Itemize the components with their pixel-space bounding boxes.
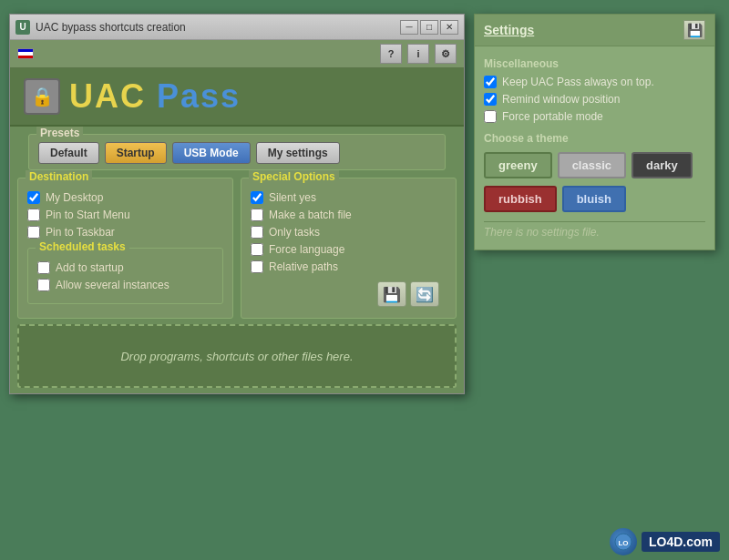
destination-group: Destination My Desktop Pin to Start Menu…: [17, 178, 233, 319]
keep-ontop-row: Keep UAC Pass always on top.: [484, 76, 705, 88]
logo-pass: Pass: [157, 77, 241, 115]
main-window: U UAC bypass shortcuts creation ─ □ ✕ ? …: [9, 14, 465, 394]
destination-taskbar-checkbox[interactable]: [27, 226, 40, 239]
force-portable-label: Force portable mode: [502, 110, 603, 123]
lo4d-text: LO4D.com: [642, 532, 720, 552]
destination-desktop-checkbox[interactable]: [27, 191, 40, 204]
destination-desktop-label: My Desktop: [46, 191, 103, 204]
destination-startmenu-label: Pin to Start Menu: [46, 209, 130, 221]
miscellaneous-title: Miscellaneous: [484, 57, 705, 70]
close-button[interactable]: ✕: [440, 20, 458, 35]
add-to-startup-label: Add to startup: [56, 261, 124, 274]
logo-uac: UAC: [69, 77, 146, 115]
theme-buttons-row2: rubbish bluish: [484, 186, 705, 212]
force-language-label: Force language: [269, 243, 344, 256]
only-tasks-row: Only tasks: [251, 226, 447, 239]
save-action-button[interactable]: 💾: [377, 281, 406, 307]
settings-status: There is no settings file.: [484, 221, 705, 242]
remind-position-label: Remind window position: [502, 93, 620, 106]
allow-several-label: Allow several instances: [56, 279, 169, 291]
logo-text: UAC Pass: [69, 77, 241, 116]
settings-button[interactable]: ⚙: [435, 44, 457, 64]
preset-default-button[interactable]: Default: [38, 142, 99, 164]
lock-icon: 🔒: [24, 78, 60, 115]
force-portable-row: Force portable mode: [484, 110, 705, 123]
make-batch-checkbox[interactable]: [251, 209, 263, 221]
force-language-row: Force language: [251, 243, 447, 256]
theme-rubbish-button[interactable]: rubbish: [484, 186, 557, 212]
svg-text:LO: LO: [618, 539, 628, 547]
keep-ontop-label: Keep UAC Pass always on top.: [502, 76, 654, 88]
logo-area: 🔒 UAC Pass: [10, 68, 464, 127]
destination-desktop-row: My Desktop: [27, 191, 223, 204]
only-tasks-label: Only tasks: [269, 226, 320, 239]
theme-classic-button[interactable]: classic: [558, 152, 626, 178]
settings-title: Settings: [484, 23, 534, 37]
presets-label: Presets: [36, 127, 83, 139]
allow-several-checkbox[interactable]: [37, 279, 50, 291]
settings-save-button[interactable]: 💾: [683, 20, 705, 40]
destination-startmenu-checkbox[interactable]: [27, 209, 40, 221]
title-bar-controls: ─ □ ✕: [400, 20, 458, 35]
force-language-checkbox[interactable]: [251, 243, 263, 256]
scheduled-tasks-label: Scheduled tasks: [36, 240, 129, 253]
destination-taskbar-row: Pin to Taskbar: [27, 226, 223, 239]
refresh-action-button[interactable]: 🔄: [410, 281, 439, 307]
info-button[interactable]: i: [407, 44, 429, 64]
make-batch-row: Make a batch file: [251, 209, 447, 221]
minimize-button[interactable]: ─: [400, 20, 418, 35]
app-icon: U: [15, 20, 30, 35]
keep-ontop-checkbox[interactable]: [484, 76, 497, 88]
force-portable-checkbox[interactable]: [484, 110, 497, 123]
choose-theme-title: Choose a theme: [484, 132, 705, 145]
make-batch-label: Make a batch file: [269, 209, 352, 221]
lo4d-watermark: LO LO4D.com: [610, 528, 720, 555]
lo4d-icon: LO: [610, 528, 637, 555]
special-options-group: Special Options Silent yes Make a batch …: [241, 178, 457, 319]
preset-my-button[interactable]: My settings: [256, 142, 340, 164]
allow-several-row: Allow several instances: [37, 279, 213, 291]
silent-yes-row: Silent yes: [251, 191, 447, 204]
add-to-startup-checkbox[interactable]: [37, 261, 50, 274]
destination-label: Destination: [26, 170, 92, 183]
action-row: 💾 🔄: [251, 278, 447, 311]
presets-area: Presets Default Startup USB Mode My sett…: [28, 134, 446, 170]
relative-paths-row: Relative paths: [251, 260, 447, 273]
language-flag-icon[interactable]: [17, 48, 34, 59]
destination-taskbar-label: Pin to Taskbar: [46, 226, 115, 239]
toolbar: ? i ⚙: [10, 40, 464, 68]
destination-startmenu-row: Pin to Start Menu: [27, 209, 223, 221]
settings-panel: Settings 💾 Miscellaneous Keep UAC Pass a…: [474, 14, 715, 250]
relative-paths-label: Relative paths: [269, 260, 338, 273]
window-title: UAC bypass shortcuts creation: [36, 21, 400, 34]
relative-paths-checkbox[interactable]: [251, 260, 263, 273]
drop-zone-text: Drop programs, shortcuts or other files …: [120, 350, 353, 363]
remind-position-checkbox[interactable]: [484, 93, 497, 106]
special-options-label: Special Options: [249, 170, 339, 183]
preset-startup-button[interactable]: Startup: [105, 142, 167, 164]
settings-header: Settings 💾: [475, 15, 714, 46]
presets-buttons: Default Startup USB Mode My settings: [38, 142, 436, 164]
two-col-section: Destination My Desktop Pin to Start Menu…: [17, 178, 457, 319]
theme-greeny-button[interactable]: greeny: [484, 152, 552, 178]
silent-yes-label: Silent yes: [269, 191, 316, 204]
scheduled-tasks-group: Scheduled tasks Add to startup Allow sev…: [27, 248, 223, 304]
add-to-startup-row: Add to startup: [37, 261, 213, 274]
drop-zone[interactable]: Drop programs, shortcuts or other files …: [17, 324, 457, 388]
theme-bluish-button[interactable]: bluish: [562, 186, 626, 212]
only-tasks-checkbox[interactable]: [251, 226, 263, 239]
maximize-button[interactable]: □: [420, 20, 438, 35]
theme-darky-button[interactable]: darky: [631, 152, 693, 178]
theme-buttons: greeny classic darky: [484, 152, 705, 178]
settings-body: Miscellaneous Keep UAC Pass always on to…: [475, 46, 714, 249]
remind-position-row: Remind window position: [484, 93, 705, 106]
title-bar: U UAC bypass shortcuts creation ─ □ ✕: [10, 15, 464, 40]
silent-yes-checkbox[interactable]: [251, 191, 263, 204]
help-button[interactable]: ?: [380, 44, 402, 64]
preset-usb-button[interactable]: USB Mode: [172, 142, 251, 164]
